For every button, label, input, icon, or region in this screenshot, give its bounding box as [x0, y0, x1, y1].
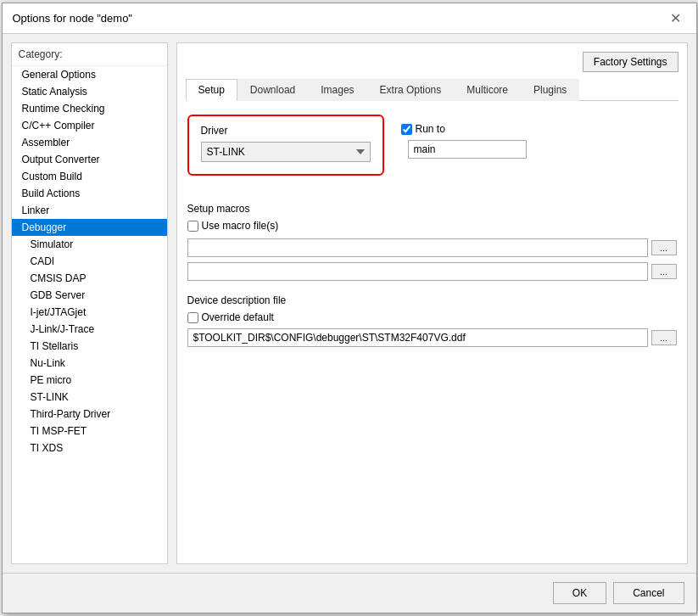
sidebar-item[interactable]: ST-LINK: [12, 389, 167, 406]
device-path-input[interactable]: [187, 328, 648, 347]
macro-btn-1[interactable]: ...: [651, 240, 677, 255]
title-bar: Options for node "demo" ✕: [3, 3, 696, 34]
sidebar-item[interactable]: PE micro: [12, 372, 167, 389]
tab-download[interactable]: Download: [237, 79, 308, 101]
driver-section: Driver ST-LINKSimulatorCADICMSIS DAPGDB …: [187, 115, 384, 176]
ok-button[interactable]: OK: [553, 582, 606, 604]
macro-input-1[interactable]: [187, 238, 648, 257]
sidebar-item[interactable]: Runtime Checking: [12, 100, 167, 117]
sidebar-header: Category:: [12, 43, 167, 66]
dialog-title: Options for node "demo": [13, 12, 132, 25]
tab-multicore[interactable]: Multicore: [454, 79, 521, 101]
sidebar-item[interactable]: CADI: [12, 253, 167, 270]
macro-input-row-2: ...: [187, 262, 677, 281]
setup-macros-section: Setup macros Use macro file(s) ... ...: [187, 203, 677, 281]
cancel-button[interactable]: Cancel: [613, 582, 684, 604]
device-path-btn[interactable]: ...: [651, 330, 677, 345]
run-to-input[interactable]: [408, 140, 527, 159]
tab-plugins[interactable]: Plugins: [521, 79, 579, 101]
sidebar-item[interactable]: Linker: [12, 202, 167, 219]
sidebar-item[interactable]: General Options: [12, 66, 167, 83]
sidebar-item[interactable]: TI Stellaris: [12, 338, 167, 355]
driver-label: Driver: [201, 125, 371, 137]
sidebar-item[interactable]: J-Link/J-Trace: [12, 321, 167, 338]
sidebar-item[interactable]: Simulator: [12, 236, 167, 253]
override-row: Override default: [187, 311, 677, 323]
driver-select[interactable]: ST-LINKSimulatorCADICMSIS DAPGDB ServerI…: [201, 142, 371, 162]
sidebar-item[interactable]: Custom Build: [12, 168, 167, 185]
macro-btn-2[interactable]: ...: [651, 264, 677, 279]
macro-input-2[interactable]: [187, 262, 648, 281]
setup-macros-title: Setup macros: [187, 203, 677, 215]
macro-input-row-1: ...: [187, 238, 677, 257]
sidebar-item[interactable]: TI XDS: [12, 440, 167, 456]
main-panel: Factory Settings SetupDownloadImagesExtr…: [176, 42, 688, 564]
sidebar-item[interactable]: Nu-Link: [12, 355, 167, 372]
top-row: Driver ST-LINKSimulatorCADICMSIS DAPGDB …: [187, 115, 677, 189]
factory-settings-button[interactable]: Factory Settings: [583, 52, 678, 72]
sidebar-item[interactable]: Third-Party Driver: [12, 406, 167, 423]
sidebar-item[interactable]: C/C++ Compiler: [12, 117, 167, 134]
sidebar-item[interactable]: TI MSP-FET: [12, 423, 167, 440]
use-macro-checkbox[interactable]: [187, 221, 198, 232]
sidebar-item[interactable]: GDB Server: [12, 287, 167, 304]
dialog-body: Category: General OptionsStatic Analysis…: [3, 34, 696, 573]
device-section: Device description file Override default…: [187, 294, 677, 347]
sidebar-item[interactable]: Build Actions: [12, 185, 167, 202]
tab-images[interactable]: Images: [308, 79, 366, 101]
override-checkbox[interactable]: [187, 312, 198, 323]
sidebar-item[interactable]: Assembler: [12, 134, 167, 151]
run-to-checkbox[interactable]: [401, 124, 412, 135]
tabs: SetupDownloadImagesExtra OptionsMulticor…: [186, 79, 678, 101]
run-to-section: Run to: [401, 123, 527, 159]
run-to-label[interactable]: Run to: [401, 123, 527, 135]
sidebar-item[interactable]: Output Converter: [12, 151, 167, 168]
device-path-row: ...: [187, 328, 677, 347]
sidebar: Category: General OptionsStatic Analysis…: [11, 42, 168, 564]
device-desc-title: Device description file: [187, 294, 677, 306]
tab-setup[interactable]: Setup: [186, 79, 237, 101]
factory-btn-row: Factory Settings: [186, 52, 678, 72]
tab-extra-options[interactable]: Extra Options: [367, 79, 455, 101]
sidebar-item[interactable]: CMSIS DAP: [12, 270, 167, 287]
use-macro-row: Use macro file(s): [187, 220, 677, 232]
sidebar-items: General OptionsStatic AnalysisRuntime Ch…: [12, 66, 167, 456]
sidebar-item[interactable]: Static Analysis: [12, 83, 167, 100]
use-macro-label: Use macro file(s): [202, 220, 279, 232]
dialog-footer: OK Cancel: [3, 573, 696, 613]
close-button[interactable]: ✕: [665, 8, 686, 28]
options-dialog: Options for node "demo" ✕ Category: Gene…: [2, 3, 697, 613]
sidebar-item[interactable]: I-jet/JTAGjet: [12, 304, 167, 321]
override-label: Override default: [202, 311, 274, 323]
sidebar-item[interactable]: Debugger: [12, 219, 167, 236]
tab-content: Driver ST-LINKSimulatorCADICMSIS DAPGDB …: [186, 111, 678, 555]
